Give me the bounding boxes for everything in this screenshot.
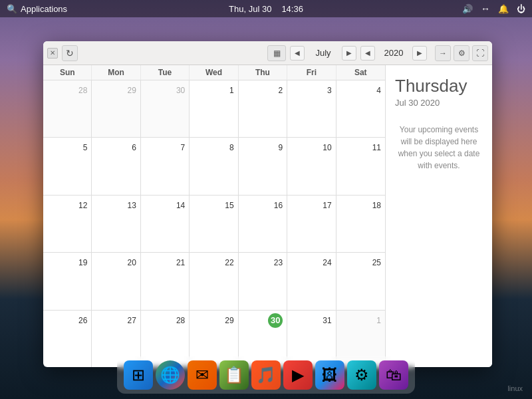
day-number: 22 bbox=[219, 255, 234, 270]
day-number: 1 bbox=[366, 313, 381, 328]
calendar-day[interactable]: 1 bbox=[190, 80, 238, 137]
music-icon[interactable]: 🎵 bbox=[251, 360, 281, 390]
week-row-1: 567891011 bbox=[43, 138, 385, 195]
calendar-day[interactable]: 5 bbox=[43, 138, 92, 194]
day-number: 25 bbox=[366, 255, 381, 270]
week-row-3: 19202122232425 bbox=[43, 253, 385, 310]
calendar-day[interactable]: 3 bbox=[287, 80, 336, 137]
day-number: 13 bbox=[122, 198, 136, 213]
topbar: 🔍 Applications Thu, Jul 30 14:36 🔊 ↔ 🔔 ⏻ bbox=[0, 0, 532, 17]
calendar-day[interactable]: 28 bbox=[43, 80, 92, 137]
header-tue: Tue bbox=[141, 65, 190, 80]
day-number: 9 bbox=[268, 140, 283, 155]
calendar-settings-button[interactable]: ⚙ bbox=[454, 45, 469, 61]
calendar-day[interactable]: 13 bbox=[92, 196, 140, 252]
window-close-button[interactable]: ✕ bbox=[47, 48, 58, 59]
video-icon[interactable]: ▶ bbox=[283, 360, 313, 390]
forward-button[interactable]: → bbox=[435, 45, 451, 61]
calendar-day[interactable]: 19 bbox=[43, 253, 92, 309]
day-number: 8 bbox=[219, 140, 234, 155]
day-number: 28 bbox=[72, 83, 87, 98]
day-number: 31 bbox=[317, 313, 332, 328]
calendar-day[interactable]: 21 bbox=[141, 253, 190, 309]
browser-icon[interactable]: 🌐 bbox=[156, 360, 185, 390]
dock: ⊞🌐✉📋🎵▶🖼⚙🛍 bbox=[117, 356, 415, 394]
calendar-grid: Sun Mon Tue Wed Thu Fri Sat 282930123456… bbox=[43, 65, 386, 367]
calendar-day[interactable]: 29 bbox=[92, 80, 140, 137]
topbar-date: Thu, Jul 30 bbox=[229, 4, 271, 14]
next-year-button[interactable]: ▶ bbox=[412, 46, 427, 61]
mail-icon[interactable]: ✉ bbox=[188, 360, 217, 390]
prev-year-button[interactable]: ◀ bbox=[360, 46, 375, 61]
calendar-day[interactable]: 15 bbox=[190, 196, 238, 252]
year-nav: ◀ 2020 ▶ bbox=[360, 46, 427, 61]
calendar-day[interactable]: 11 bbox=[336, 138, 385, 194]
calendar-day[interactable]: 14 bbox=[141, 196, 190, 252]
calendar-day[interactable]: 7 bbox=[141, 138, 190, 194]
watermark: linux bbox=[507, 384, 523, 392]
day-number: 7 bbox=[170, 140, 185, 155]
calendar-side-panel: Thursday Jul 30 2020 Your upcoming event… bbox=[386, 65, 492, 367]
network-icon[interactable]: ↔ bbox=[481, 3, 490, 14]
power-icon[interactable]: ⏻ bbox=[517, 4, 525, 14]
calendar-day[interactable]: 23 bbox=[239, 253, 287, 309]
calendar-day[interactable]: 26 bbox=[43, 311, 92, 367]
calendar-day[interactable]: 9 bbox=[239, 138, 287, 194]
view-button[interactable]: ▦ bbox=[267, 45, 286, 61]
next-month-button[interactable]: ▶ bbox=[342, 46, 356, 61]
windows-switcher-icon[interactable]: ⊞ bbox=[124, 360, 153, 390]
topbar-time: 14:36 bbox=[281, 4, 303, 14]
calendar-day[interactable]: 18 bbox=[336, 196, 385, 252]
calendar-day[interactable]: 25 bbox=[336, 253, 385, 309]
day-number: 17 bbox=[317, 198, 332, 213]
day-number: 10 bbox=[317, 140, 332, 155]
year-label: 2020 bbox=[376, 48, 411, 58]
calendar-day[interactable]: 12 bbox=[43, 196, 92, 252]
header-sat: Sat bbox=[336, 65, 385, 80]
calendar-day[interactable]: 16 bbox=[239, 196, 287, 252]
topbar-center: Thu, Jul 30 14:36 bbox=[229, 4, 303, 14]
side-day-name: Thursday bbox=[395, 76, 483, 96]
day-number: 23 bbox=[268, 255, 283, 270]
bell-icon[interactable]: 🔔 bbox=[498, 4, 509, 14]
search-icon: 🔍 bbox=[7, 4, 17, 14]
calendar-day[interactable]: 20 bbox=[92, 253, 140, 309]
day-number: 14 bbox=[170, 198, 185, 213]
calendar-day[interactable]: 6 bbox=[92, 138, 140, 194]
day-number: 11 bbox=[366, 140, 381, 155]
header-fri: Fri bbox=[287, 65, 336, 80]
day-number: 30 bbox=[170, 83, 185, 98]
header-mon: Mon bbox=[92, 65, 140, 80]
calendar-day[interactable]: 17 bbox=[287, 196, 336, 252]
calendar-day[interactable]: 24 bbox=[287, 253, 336, 309]
store-icon[interactable]: 🛍 bbox=[379, 360, 408, 390]
prev-month-button[interactable]: ◀ bbox=[290, 46, 305, 61]
side-date: Jul 30 2020 bbox=[395, 98, 483, 108]
expand-button[interactable]: ⛶ bbox=[472, 45, 488, 61]
side-message: Your upcoming events will be displayed h… bbox=[395, 124, 483, 172]
volume-icon[interactable]: 🔊 bbox=[462, 4, 473, 14]
calendar-day[interactable]: 10 bbox=[287, 138, 336, 194]
topbar-left: 🔍 Applications bbox=[7, 4, 67, 14]
settings-toggle-icon[interactable]: ⚙ bbox=[347, 360, 376, 390]
day-number: 5 bbox=[72, 140, 87, 155]
files-icon[interactable]: 📋 bbox=[219, 360, 249, 390]
day-number: 12 bbox=[72, 198, 87, 213]
calendar-window: ✕ ↻ ▦ ◀ July ▶ ◀ 2020 ▶ → ⚙ ⛶ Sun Mon Tu… bbox=[43, 41, 492, 367]
calendar-day[interactable]: 22 bbox=[190, 253, 238, 309]
calendar-day[interactable]: 8 bbox=[190, 138, 238, 194]
month-nav: ◀ July ▶ bbox=[290, 46, 356, 61]
day-number: 24 bbox=[317, 255, 332, 270]
day-number: 2 bbox=[268, 83, 283, 98]
day-number: 20 bbox=[122, 255, 136, 270]
calendar-day[interactable]: 4 bbox=[336, 80, 385, 137]
day-number: 29 bbox=[122, 83, 136, 98]
header-sun: Sun bbox=[43, 65, 92, 80]
calendar-day[interactable]: 30 bbox=[141, 80, 190, 137]
photos-icon[interactable]: 🖼 bbox=[315, 360, 344, 390]
week-row-2: 12131415161718 bbox=[43, 196, 385, 253]
calendar-day[interactable]: 2 bbox=[239, 80, 287, 137]
refresh-button[interactable]: ↻ bbox=[62, 45, 78, 61]
day-number: 19 bbox=[72, 255, 87, 270]
applications-label[interactable]: Applications bbox=[21, 4, 67, 14]
